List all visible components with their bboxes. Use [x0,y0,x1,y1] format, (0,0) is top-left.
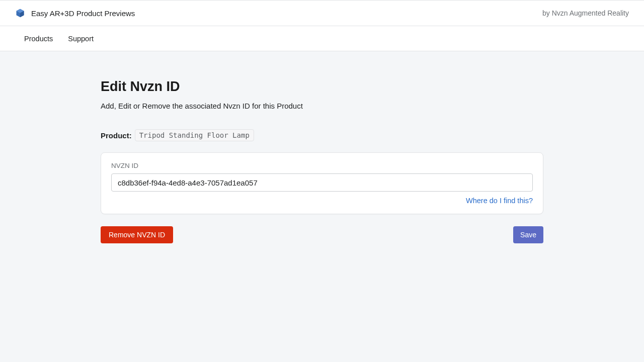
nvzn-id-input[interactable] [111,173,533,192]
content-area: Edit Nvzn ID Add, Edit or Remove the ass… [0,51,644,243]
page-title: Edit Nvzn ID [101,79,543,95]
save-button[interactable]: Save [513,226,543,243]
remove-button[interactable]: Remove NVZN ID [101,226,173,243]
author-prefix: by [542,9,552,17]
page-subtitle: Add, Edit or Remove the associated Nvzn … [101,102,543,110]
nav-bar: Products Support [0,26,644,51]
help-link[interactable]: Where do I find this? [466,197,533,205]
page: Edit Nvzn ID Add, Edit or Remove the ass… [101,79,543,243]
nav-products[interactable]: Products [24,35,53,43]
author-name: Nvzn Augmented Reality [552,9,629,17]
nvzn-id-label: NVZN ID [111,162,533,169]
app-title: Easy AR+3D Product Previews [31,9,135,18]
product-name: Tripod Standing Floor Lamp [135,129,254,141]
product-line: Product: Tripod Standing Floor Lamp [101,129,543,141]
product-label: Product: [101,131,132,140]
button-row: Remove NVZN ID Save [101,226,543,243]
help-link-row: Where do I find this? [111,197,533,205]
app-author: by Nvzn Augmented Reality [542,9,629,17]
app-header: Easy AR+3D Product Previews by Nvzn Augm… [0,0,644,26]
nvzn-id-card: NVZN ID Where do I find this? [101,152,543,214]
app-logo-icon [15,8,25,18]
nav-support[interactable]: Support [68,35,94,43]
